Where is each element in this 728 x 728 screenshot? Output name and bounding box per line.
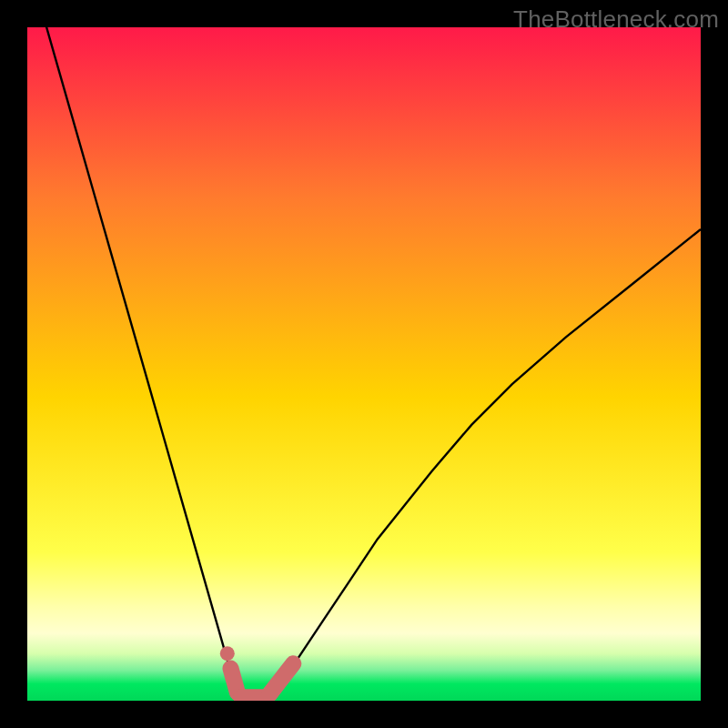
right-marker-seg <box>269 663 293 693</box>
plot-frame <box>27 27 701 701</box>
bottleneck-curve <box>27 27 701 701</box>
marker-group <box>220 646 294 697</box>
watermark-text: TheBottleneck.com <box>513 5 719 34</box>
chart-svg <box>27 27 701 701</box>
left-marker-dot <box>220 646 235 661</box>
left-marker-seg <box>230 668 237 693</box>
